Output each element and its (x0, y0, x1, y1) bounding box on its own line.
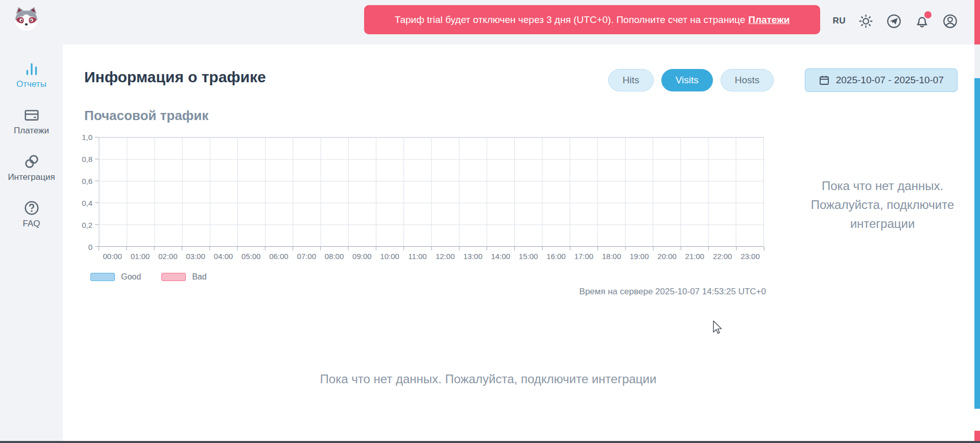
x-axis-label: 09:00 (348, 252, 376, 261)
x-axis-label: 13:00 (459, 252, 487, 261)
x-axis-label: 01:00 (126, 252, 154, 261)
banner-payments-link[interactable]: Платежи (748, 14, 790, 26)
x-axis-label: 14:00 (487, 252, 514, 261)
sidebar-item-payments[interactable]: Платежи (0, 107, 63, 136)
chart-legend: GoodBad (90, 272, 207, 282)
integration-link-icon (23, 153, 40, 170)
y-axis-label: 0,4 (82, 199, 92, 207)
legend-swatch (161, 273, 186, 281)
raccoon-icon (12, 6, 40, 34)
x-axis-label: 03:00 (182, 252, 209, 261)
x-axis-label: 11:00 (403, 252, 431, 261)
sidebar-item-label: Отчеты (16, 79, 46, 89)
x-axis-label: 10:00 (376, 252, 403, 261)
scrollbar-thumb[interactable] (974, 78, 980, 409)
x-axis-label: 06:00 (265, 252, 293, 261)
x-axis-label: 02:00 (154, 252, 182, 261)
calendar-icon (819, 75, 830, 86)
notification-badge (924, 11, 931, 18)
sidebar-item-label: FAQ (22, 219, 40, 229)
tab-visits[interactable]: Visits (661, 69, 713, 91)
x-axis-label: 05:00 (237, 252, 265, 261)
page-empty-message: Пока что нет данных. Пожалуйста, подключ… (63, 372, 914, 386)
y-axis-label: 1,0 (82, 133, 92, 142)
banner-message: Тариф trial будет отключен через 3 дня (… (395, 14, 746, 26)
app-logo-raccoon[interactable] (12, 6, 40, 34)
language-switcher[interactable]: RU (832, 16, 846, 26)
hourly-traffic-chart (99, 137, 764, 247)
credit-card-icon (23, 107, 40, 123)
date-range-value: 2025-10-07 - 2025-10-07 (836, 75, 944, 86)
metric-tabs: HitsVisitsHosts (608, 69, 774, 91)
y-axis-labels: 1,00,80,60,40,20 (63, 137, 92, 247)
legend-swatch (90, 273, 115, 281)
tab-hosts[interactable]: Hosts (721, 69, 774, 91)
x-axis-ticks (99, 247, 764, 250)
x-axis-label: 16:00 (542, 252, 570, 261)
telegram-icon[interactable] (886, 13, 902, 29)
window-bottom-edge (0, 441, 980, 443)
x-axis-label: 18:00 (597, 252, 625, 261)
profile-icon[interactable] (942, 13, 958, 29)
legend-item-bad: Bad (161, 272, 206, 282)
x-axis-label: 22:00 (709, 252, 736, 261)
x-axis-label: 12:00 (432, 252, 459, 261)
sidebar-item-faq[interactable]: FAQ (0, 200, 63, 229)
bar-chart-icon (23, 60, 40, 77)
legend-label: Good (121, 272, 141, 282)
legend-label: Bad (192, 272, 206, 282)
date-range-picker[interactable]: 2025-10-07 - 2025-10-07 (805, 68, 958, 92)
x-axis-label: 07:00 (293, 252, 320, 261)
page-title: Информация о трафике (84, 68, 266, 86)
x-axis-label: 08:00 (320, 252, 348, 261)
section-title: Почасовой трафик (84, 108, 208, 124)
y-axis-label: 0,8 (82, 155, 92, 164)
topbar-actions: RU (832, 0, 958, 42)
y-axis-label: 0,6 (82, 177, 92, 185)
theme-sun-icon[interactable] (858, 13, 874, 29)
x-axis-label: 15:00 (514, 252, 542, 261)
sidebar-item-integration[interactable]: Интеграция (0, 153, 63, 182)
x-axis-label: 00:00 (99, 252, 126, 261)
page-scrollbar-bottom[interactable] (974, 431, 980, 441)
sidebar-item-label: Интеграция (8, 172, 55, 182)
page-scrollbar-top[interactable] (974, 0, 980, 44)
tab-hits[interactable]: Hits (608, 69, 654, 91)
x-axis-label: 17:00 (570, 252, 597, 261)
notifications-bell-icon[interactable] (914, 13, 930, 29)
scrollbar-track (974, 44, 980, 78)
y-axis-label: 0,2 (82, 221, 92, 229)
trial-warning-banner: Тариф trial будет отключен через 3 дня (… (364, 5, 820, 34)
sidebar-item-reports[interactable]: Отчеты (0, 60, 63, 89)
sidebar-item-label: Платежи (14, 126, 49, 136)
faq-icon (23, 200, 40, 216)
y-axis-label: 0 (88, 243, 92, 251)
x-axis-label: 04:00 (209, 252, 237, 261)
x-axis-label: 19:00 (626, 252, 653, 261)
server-time: Время на сервере 2025-10-07 14:53:25 UTC… (99, 287, 766, 297)
sidebar-nav: ОтчетыПлатежиИнтеграцияFAQ (0, 60, 63, 229)
x-axis-label: 21:00 (681, 252, 708, 261)
x-axis-label: 20:00 (653, 252, 681, 261)
main-panel: Информация о трафике HitsVisitsHosts 202… (63, 44, 980, 441)
y-axis-ticks (95, 137, 99, 247)
legend-item-good: Good (90, 272, 141, 282)
x-axis-label: 23:00 (736, 252, 764, 261)
chart-empty-message: Пока что нет данных. Пожалуйста, подключ… (793, 176, 972, 233)
x-axis-labels: 00:0001:0002:0003:0004:0005:0006:0007:00… (99, 252, 764, 261)
